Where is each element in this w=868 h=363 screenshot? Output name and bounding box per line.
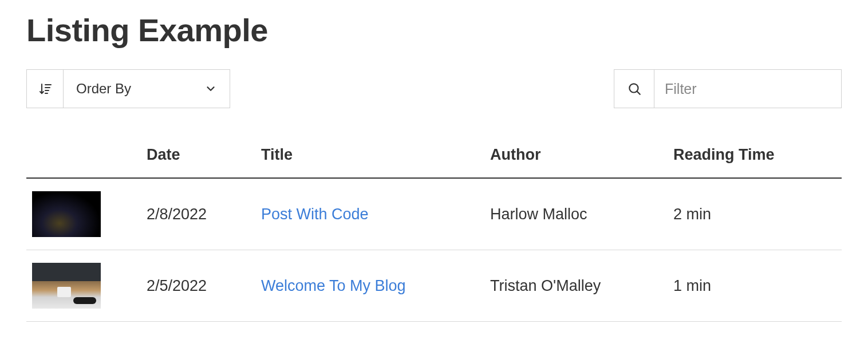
search-icon <box>627 81 642 96</box>
cell-author: Tristan O'Malley <box>484 250 668 322</box>
page-title: Listing Example <box>26 11 842 49</box>
thumbnail-image <box>32 191 101 237</box>
cell-author: Harlow Malloc <box>484 178 668 250</box>
orderby-label: Order By <box>76 81 131 97</box>
cell-title: Welcome To My Blog <box>255 250 484 322</box>
orderby-select[interactable]: Order By <box>64 70 230 108</box>
table-row: 2/5/2022Welcome To My BlogTristan O'Mall… <box>26 250 842 322</box>
filter-input[interactable] <box>654 70 841 108</box>
col-title[interactable]: Title <box>255 136 484 178</box>
col-author[interactable]: Author <box>484 136 668 178</box>
filter-control <box>614 69 842 108</box>
cell-thumbnail <box>26 178 141 250</box>
col-reading-time[interactable]: Reading Time <box>668 136 842 178</box>
cell-reading-time: 2 min <box>668 178 842 250</box>
svg-line-6 <box>637 92 640 94</box>
cell-title: Post With Code <box>255 178 484 250</box>
orderby-control: Order By <box>26 69 230 108</box>
cell-thumbnail <box>26 250 141 322</box>
col-date[interactable]: Date <box>141 136 255 178</box>
post-title-link[interactable]: Post With Code <box>261 206 369 223</box>
cell-date: 2/8/2022 <box>141 178 255 250</box>
sort-direction-button[interactable] <box>27 70 64 108</box>
search-icon-box <box>614 70 654 108</box>
listing-table: Date Title Author Reading Time 2/8/2022P… <box>26 136 842 322</box>
thumbnail-image <box>32 263 101 309</box>
table-row: 2/8/2022Post With CodeHarlow Malloc2 min <box>26 178 842 250</box>
post-title-link[interactable]: Welcome To My Blog <box>261 277 406 294</box>
chevron-down-icon <box>204 82 217 95</box>
toolbar: Order By <box>26 69 842 108</box>
col-thumbnail <box>26 136 141 178</box>
sort-icon <box>38 82 52 96</box>
cell-reading-time: 1 min <box>668 250 842 322</box>
cell-date: 2/5/2022 <box>141 250 255 322</box>
